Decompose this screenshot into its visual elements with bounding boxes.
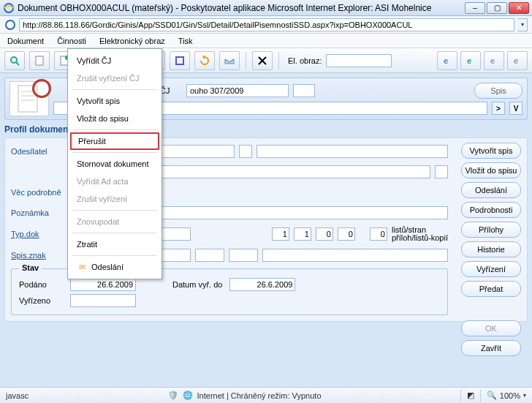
cinnosti-dropdown: Vyřídit ČJ Zrušit vyřízení ČJ Vytvořit s… [67,48,162,279]
dd-vyridit-cj[interactable]: Vyřídit ČJ [68,52,162,69]
num-2[interactable]: 1 [294,227,311,241]
document-icon [10,81,49,116]
poznamka-label: Poznámka [11,208,69,217]
mail-icon: ✉ [77,262,87,272]
action-vytvorit-spis[interactable]: Vytvořit spis [461,143,521,159]
dd-odeslani[interactable]: ✉ Odeslání [68,258,162,276]
status-bar: javasc 🛡️ 🌐 Internet | Chráněný režim: V… [0,387,532,403]
zoom-control[interactable]: 🔍 100% ▾ [487,391,526,400]
odesilatel-picker[interactable] [239,145,252,158]
num-3[interactable]: 0 [316,227,333,241]
dd-vlozit-do-spisu[interactable]: Vložit do spisu [68,110,162,127]
elobraz-label: El. obraz: [288,56,322,65]
cj-label: ČJ [160,86,182,95]
action-buttons-column: Vytvořit spis Vložit do spisu Odeslání P… [461,143,521,356]
address-dropdown-button[interactable]: ▾ [517,18,528,31]
menu-cinnosti[interactable]: Činnosti [57,37,86,45]
toolbar-btn-2[interactable] [29,51,50,70]
action-podrobnosti[interactable]: Podrobnosti [461,202,521,218]
zoom-value: 100% [500,391,520,400]
action-odeslani[interactable]: Odeslání [461,182,521,198]
toolbar-right-4[interactable]: e [507,51,528,70]
svg-point-1 [6,20,15,29]
datum-vyr-value[interactable]: 26.6.2009 [229,278,295,291]
odesilatel-extra[interactable] [256,145,448,158]
spisznak-extra2[interactable] [229,249,258,262]
vec-podrobne-label: Věc podrobně [11,188,69,197]
dd-zrusit-vyrizeni: Zrušit vyřízení [68,190,162,208]
dd-prerusit[interactable]: Přerušit [70,132,159,150]
dd-stornovat-dokument[interactable]: Stornovat dokument [68,155,162,173]
v-button[interactable]: V [509,102,522,115]
podano-value[interactable]: 26.6.2009 [70,278,136,291]
svg-text:e: e [444,56,448,65]
svg-point-0 [4,4,13,12]
spisznak-extra3[interactable] [262,249,448,262]
window-maximize-button[interactable]: ▢ [487,2,507,14]
svg-text:e: e [467,56,471,65]
toolbar-btn-1[interactable] [4,51,25,70]
spis-button[interactable]: Spis [474,83,522,99]
window-minimize-button[interactable]: – [465,2,485,14]
toolbar-btn-9[interactable] [219,51,240,70]
status-mid-text: Internet | Chráněný režim: Vypnuto [197,391,322,400]
datum-vyr-label: Datum vyř. do [172,280,222,289]
action-vyrizeni[interactable]: Vyřízení [461,261,521,277]
toolbar-right-1[interactable]: e [437,51,457,70]
content-area: ČJ ouho 307/2009 Spis > V Profil dokumen… [0,73,532,387]
toolbar-right-2[interactable]: e [460,51,481,70]
action-predat[interactable]: Předat [461,281,521,297]
action-zavrit[interactable]: Zavřít [461,340,521,356]
toolbar-btn-8[interactable] [194,51,215,70]
svg-rect-17 [18,86,37,112]
dd-vytvorit-spis[interactable]: Vytvořit spis [68,92,162,110]
spisznak-extra1[interactable] [195,249,224,262]
svg-text:e: e [490,56,495,65]
window-titlebar: Dokument OBHOX000ACUL (mateřský) - Posky… [0,0,532,16]
dd-ztratit[interactable]: Ztratit [68,236,162,253]
svg-line-3 [16,62,19,65]
svg-rect-10 [176,57,183,64]
menu-elektronicky-obraz[interactable]: Elektronický obraz [99,37,165,45]
gt-button[interactable]: > [492,102,505,115]
spisznak-label[interactable]: Spis.znak [11,251,69,260]
menu-dokument[interactable]: Dokument [7,37,44,45]
listu-stran-label: listů/stran příloh/listů-kopií [392,226,448,242]
action-prilohy[interactable]: Přílohy [461,222,521,238]
zoom-icon: 🔍 [487,391,497,400]
page-favicon [4,19,16,31]
num-4[interactable]: 0 [338,227,355,241]
odesilatel-label: Odesílatel [11,147,69,156]
stav-legend: Stav [19,263,42,272]
window-title: Dokument OBHOX000ACUL (mateřský) - Posky… [18,3,465,13]
cj-value[interactable]: ouho 307/2009 [186,84,289,97]
chevron-down-icon[interactable]: ▾ [523,392,526,399]
podano-label: Podáno [19,280,63,289]
address-bar-row: http://88.86.118.66/Gordic/Ginis/App/SSD… [0,16,532,34]
num-1[interactable]: 1 [272,227,289,241]
dd-zrusit-vyrizeni-cj: Zrušit vyřízení ČJ [68,69,162,87]
action-historie[interactable]: Historie [461,241,521,257]
status-left-text: javasc [6,391,28,400]
svg-text:e: e [514,56,518,65]
svg-rect-4 [36,56,43,65]
address-input[interactable]: http://88.86.118.66/Gordic/Ginis/App/SSD… [19,18,514,31]
window-close-button[interactable]: ✕ [509,2,529,14]
action-vlozit-do-spisu[interactable]: Vložit do spisu [461,162,521,178]
vyrizeno-label: Vyřízeno [19,296,63,305]
elobraz-input[interactable] [326,54,392,67]
menu-tisk[interactable]: Tisk [178,37,193,45]
status-icon-1[interactable]: ◩ [467,391,474,400]
internet-zone-icon: 🌐 [183,391,193,400]
cj-small-box[interactable] [293,84,315,97]
svg-point-2 [11,57,17,63]
toolbar-btn-delete[interactable] [252,51,273,70]
action-ok[interactable]: OK [461,320,521,336]
toolbar-btn-7[interactable] [170,51,190,70]
typdok-label[interactable]: Typ.dok [11,230,69,238]
ie-icon [3,2,15,14]
vyrizeno-value[interactable] [70,294,136,307]
toolbar-right-3[interactable]: e [484,51,504,70]
num-5[interactable]: 0 [370,227,387,241]
vec-picker[interactable] [435,165,448,178]
